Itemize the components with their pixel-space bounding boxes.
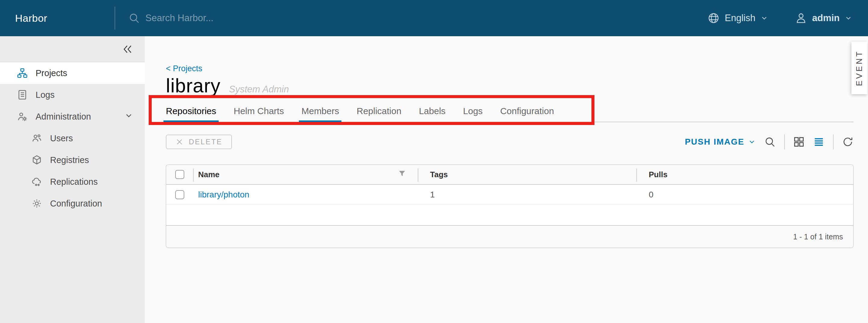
pagination-summary: 1 - 1 of 1 items <box>793 232 843 241</box>
push-image-label: PUSH IMAGE <box>685 137 744 147</box>
delete-button[interactable]: DELETE <box>166 135 232 149</box>
refresh-button[interactable] <box>842 136 854 148</box>
header-divider <box>115 7 115 30</box>
harbor-logo[interactable]: Harbor <box>15 12 115 24</box>
user-menu[interactable]: admin <box>795 12 852 25</box>
refresh-icon <box>842 136 854 148</box>
role-subtitle: System Admin <box>229 84 289 95</box>
toolbar-divider <box>833 134 834 149</box>
sidebar-item-replications[interactable]: Replications <box>0 171 145 193</box>
sidebar-nav: Projects Logs Administration Users <box>0 62 145 214</box>
global-search[interactable] <box>128 12 707 24</box>
table-row: library/photon 1 0 <box>166 185 853 205</box>
sidebar-item-configuration[interactable]: Configuration <box>0 193 145 214</box>
push-image-button[interactable]: PUSH IMAGE <box>685 137 756 147</box>
tab-replication[interactable]: Replication <box>356 106 401 122</box>
search-input[interactable] <box>145 13 417 24</box>
chevron-down-icon <box>760 14 768 22</box>
card-view-button[interactable] <box>793 136 805 148</box>
sidebar-item-projects[interactable]: Projects <box>0 62 145 84</box>
column-header-pulls[interactable]: Pulls <box>637 170 853 179</box>
select-all-checkbox[interactable] <box>175 170 184 179</box>
table-footer: 1 - 1 of 1 items <box>166 226 853 247</box>
grid-view-icon <box>793 136 805 148</box>
column-divider <box>193 169 194 182</box>
tags-count: 1 <box>418 190 637 200</box>
list-view-icon <box>813 136 825 148</box>
header-actions: English admin <box>707 12 852 25</box>
tab-labels[interactable]: Labels <box>419 106 445 122</box>
search-icon <box>128 12 140 24</box>
search-repositories-button[interactable] <box>764 136 776 148</box>
globe-icon <box>707 12 720 25</box>
tab-configuration[interactable]: Configuration <box>500 106 554 122</box>
user-icon <box>795 12 807 25</box>
sidebar-item-label: Administration <box>36 112 91 122</box>
sidebar-item-label: Logs <box>36 90 55 100</box>
event-side-tab-label: EVENT <box>855 50 864 86</box>
repositories-toolbar: DELETE PUSH IMAGE <box>166 134 854 149</box>
chevron-down-icon <box>844 14 852 22</box>
sidebar-item-registries[interactable]: Registries <box>0 149 145 171</box>
sidebar-item-label: Projects <box>36 68 67 78</box>
title-row: library System Admin <box>166 75 854 97</box>
toolbar-right: PUSH IMAGE <box>685 134 854 149</box>
sidebar: Projects Logs Administration Users <box>0 36 145 323</box>
page-title: library <box>166 75 220 97</box>
tab-logs[interactable]: Logs <box>463 106 483 122</box>
app-body: Projects Logs Administration Users <box>0 36 868 323</box>
users-icon <box>31 133 42 144</box>
column-divider <box>637 169 637 182</box>
repositories-table: Name Tags Pulls library/photon 1 <box>166 165 854 248</box>
double-chevron-left-icon <box>122 44 133 54</box>
language-menu[interactable]: English <box>707 12 768 25</box>
x-icon <box>176 138 183 146</box>
search-icon <box>764 136 776 148</box>
admin-user-gear-icon <box>17 111 28 122</box>
chevron-down-icon <box>748 138 756 146</box>
sidebar-item-label: Users <box>50 134 73 143</box>
chevron-down-icon <box>124 111 133 122</box>
cube-icon <box>31 154 42 166</box>
app-header: Harbor English admin <box>0 0 868 36</box>
row-checkbox[interactable] <box>175 190 184 199</box>
language-label: English <box>725 13 755 24</box>
table-empty-space <box>166 205 853 226</box>
sidebar-item-label: Replications <box>50 177 98 187</box>
column-divider <box>418 169 418 182</box>
gear-icon <box>31 198 42 209</box>
username-label: admin <box>812 13 840 24</box>
sidebar-item-administration[interactable]: Administration <box>0 106 145 127</box>
filter-funnel-icon[interactable] <box>398 170 406 180</box>
toolbar-divider <box>784 134 785 149</box>
main-content: < Projects library System Admin Reposito… <box>145 36 868 323</box>
sidebar-item-label: Registries <box>50 155 89 165</box>
list-view-button[interactable] <box>813 136 825 148</box>
pulls-count: 0 <box>637 190 853 200</box>
administration-subnav: Users Registries Replications Configurat… <box>0 127 145 214</box>
project-tabs: Repositories Helm Charts Members Replica… <box>166 106 854 122</box>
table-header-row: Name Tags Pulls <box>166 165 853 185</box>
sidebar-collapse[interactable] <box>0 36 145 62</box>
sidebar-item-label: Configuration <box>50 199 102 209</box>
repository-link[interactable]: library/photon <box>198 190 249 199</box>
cloud-sync-icon <box>31 176 42 187</box>
logs-list-icon <box>17 89 28 100</box>
breadcrumb-projects-link[interactable]: < Projects <box>166 64 203 74</box>
column-header-name[interactable]: Name <box>198 170 220 179</box>
tab-helm-charts[interactable]: Helm Charts <box>234 106 284 122</box>
sidebar-item-users[interactable]: Users <box>0 127 145 149</box>
sidebar-item-logs[interactable]: Logs <box>0 84 145 106</box>
delete-button-label: DELETE <box>189 138 222 146</box>
tab-repositories[interactable]: Repositories <box>166 106 216 122</box>
column-header-tags[interactable]: Tags <box>418 170 637 179</box>
projects-tree-icon <box>17 68 28 79</box>
tab-members[interactable]: Members <box>301 106 339 122</box>
event-side-tab[interactable]: EVENT <box>851 42 867 94</box>
